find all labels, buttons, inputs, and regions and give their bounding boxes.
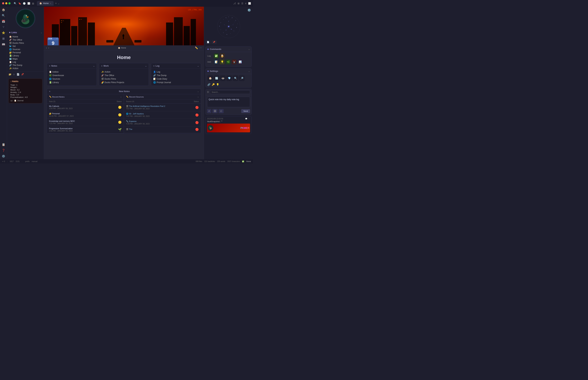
tab-close-icon[interactable]: ✕ (50, 2, 51, 4)
chat-search-input[interactable] (210, 90, 250, 94)
log-check-button[interactable]: ✅ (214, 54, 219, 58)
settings-chevron[interactable]: ⌄ (248, 70, 250, 72)
link-item[interactable]: 🔐Personal (8, 51, 42, 54)
settings-icon-btn-1[interactable]: 🔄 (214, 76, 219, 81)
status-manual[interactable]: manual (32, 160, 37, 162)
minimize-button[interactable] (5, 2, 7, 4)
add-plant-button[interactable]: 🌿 (226, 59, 231, 64)
recent-note-row[interactable]: My Callouts 2:54 PM - JANUARY 08, 2023 🟡 (47, 104, 124, 111)
panel-tab-pin[interactable]: 📌 (211, 40, 217, 44)
branch-icon[interactable]: ⎇ (233, 2, 236, 5)
tag-icon[interactable]: # (245, 2, 246, 5)
link-item[interactable]: 🔗The Dump (8, 64, 42, 67)
recent-source-row[interactable]: 🌐 59 - Jeff Hawkins 7:47 PM - JANUARY 08… (124, 111, 201, 119)
settings-icon-btn-3[interactable]: 💎 (226, 76, 232, 81)
recent-notes-chevron[interactable]: ⌄ (120, 96, 122, 98)
settings-icon-btn-2[interactable]: 👁️ (220, 76, 226, 81)
link-item[interactable]: 🐦Sid (8, 45, 42, 48)
card-item[interactable]: 🌈Ducks Films Projects (101, 81, 147, 84)
bookmark2-icon[interactable]: ☆ (13, 73, 15, 76)
search-sidebar-icon[interactable]: 🔍 (2, 14, 5, 17)
card-item[interactable]: 📗Library (49, 81, 94, 84)
settings-icon-btn-0[interactable]: 🏠 (207, 76, 213, 81)
recent-note-row[interactable]: 🔐 Personal 10:20 PM - JANUARY 07, 2023 🟡 (47, 111, 124, 119)
history-icon[interactable]: 🕐 (23, 2, 26, 5)
close-button[interactable] (2, 2, 4, 4)
settings-sidebar-icon[interactable]: ⚙️ (2, 154, 5, 158)
calendar-icon[interactable]: 📅 (2, 20, 5, 23)
home-icon[interactable]: 🏠 (2, 8, 5, 11)
recent-note-row[interactable]: Progressive Summarization 1:50 PM - JANU… (47, 126, 124, 133)
maximize-button[interactable] (8, 2, 11, 4)
question-icon[interactable]: ❓ (2, 149, 5, 152)
settings-icon-btn-5[interactable]: 🔎 (239, 76, 245, 81)
sidebar-icon[interactable]: ▤ (32, 2, 34, 5)
bookmark-icon[interactable]: 🔖 (18, 2, 21, 5)
star-icon[interactable]: ⭐ (2, 31, 5, 35)
grid-icon[interactable]: ⊞ (238, 2, 239, 5)
chat-input[interactable]: Quick note into my daily note log (207, 97, 250, 107)
recent-source-row[interactable]: 🔧 Espanso 7:39 PM - JANUARY 08, 2023 🔴 (124, 119, 201, 126)
link-item[interactable]: 📗Library (8, 54, 42, 57)
search-icon[interactable]: 🔍 (14, 2, 17, 5)
add-table-button[interactable]: 📊 (238, 59, 242, 64)
links-chevron-icon[interactable]: ⌄ (41, 32, 42, 34)
card-item[interactable]: 🔗The Dump (153, 74, 199, 77)
card-item[interactable]: 🌿Greenhouse (49, 74, 94, 77)
more-icon[interactable]: ⋯ (199, 46, 202, 49)
note-icon[interactable]: 📄 (17, 73, 19, 76)
key-icon[interactable]: 🔑 (212, 83, 215, 86)
chat-msg-comment-icon[interactable]: 💬 (245, 118, 247, 120)
card-item[interactable]: 🌐Prompt Journal (153, 81, 199, 84)
card-item[interactable]: ✨Action (101, 70, 147, 74)
tab-overflow-button[interactable]: ⌄ (58, 2, 60, 5)
status-undo[interactable]: ↩ 0 (2, 160, 5, 162)
menu-icon[interactable]: ☰ (241, 2, 243, 5)
link-item[interactable]: 🎬Ducks Films (8, 41, 42, 45)
chat-menu-icon[interactable]: ☰ (207, 91, 209, 93)
commands-chevron[interactable]: ⌄ (248, 48, 250, 50)
add-note-button[interactable]: 📝 (214, 59, 219, 64)
bulb-icon[interactable]: 💡 (216, 83, 219, 86)
link-item[interactable]: 🗺️Maps (8, 57, 42, 60)
edit-icon[interactable]: ✏️ (195, 46, 198, 49)
card-item[interactable]: 👤Log (153, 70, 199, 74)
log-beer-button[interactable]: 🍺 (220, 54, 225, 58)
home-tab[interactable]: 🏠 Home ✕ (37, 1, 54, 6)
book-icon[interactable]: 📖 (2, 43, 5, 46)
card-item[interactable]: 🎬Ducks Films (101, 77, 147, 81)
new-tab-button[interactable]: + (55, 1, 57, 5)
layout-icon[interactable]: ⬜ (27, 2, 30, 5)
link-item[interactable]: ✨Action (8, 67, 42, 70)
grid-nav-icon[interactable]: ⊞ (2, 37, 5, 40)
link-item[interactable]: 🏠Home (8, 35, 42, 38)
chat-image-button[interactable]: 🖼 (212, 109, 218, 113)
chain-icon[interactable]: 🔗 (207, 83, 210, 86)
link-item[interactable]: 📋Log (8, 60, 42, 64)
card-item[interactable]: 🚀The Office (101, 74, 147, 77)
card-chevron-work[interactable]: ⌄ (145, 65, 147, 67)
chat-msg-more-icon[interactable]: ⋯ (248, 118, 250, 120)
card-item[interactable]: 🌐Sources (49, 77, 94, 81)
panel-tab-doc[interactable]: 📄 (205, 40, 211, 44)
card-chevron-notes[interactable]: ⌄ (93, 65, 94, 67)
card-chevron-log[interactable]: ⌄ (197, 65, 199, 67)
status-prefix[interactable]: prefix (25, 160, 30, 162)
forward-button[interactable]: › (48, 46, 49, 49)
status-home[interactable]: Home (246, 160, 251, 162)
link-item[interactable]: 🚀The Office (8, 38, 42, 41)
add-idea-button[interactable]: 💡 (220, 59, 225, 64)
settings-gear-icon[interactable]: ⚙️ (247, 8, 252, 13)
layout2-icon[interactable]: ⬜ (248, 2, 251, 5)
link-item[interactable]: 🌐Sources (8, 48, 42, 51)
recent-source-row[interactable]: 🎬 The Artificial Intelligence Revolution… (124, 104, 201, 111)
recent-note-row[interactable]: Knowledge and memory MOC 7:21 PM - JANUA… (47, 119, 124, 126)
pin-icon[interactable]: 📌 (21, 73, 24, 76)
clipboard-icon[interactable]: 📋 (2, 143, 5, 146)
chat-check-button[interactable]: ☑ (219, 109, 224, 113)
chat-hash-button[interactable]: # (207, 109, 211, 113)
folder-icon[interactable]: 📁 (8, 73, 11, 76)
add-scissors-button[interactable]: ✂️ (232, 59, 237, 64)
new-notes-chevron[interactable]: ⌄ (197, 91, 199, 93)
back-button[interactable]: ‹ (46, 46, 47, 49)
